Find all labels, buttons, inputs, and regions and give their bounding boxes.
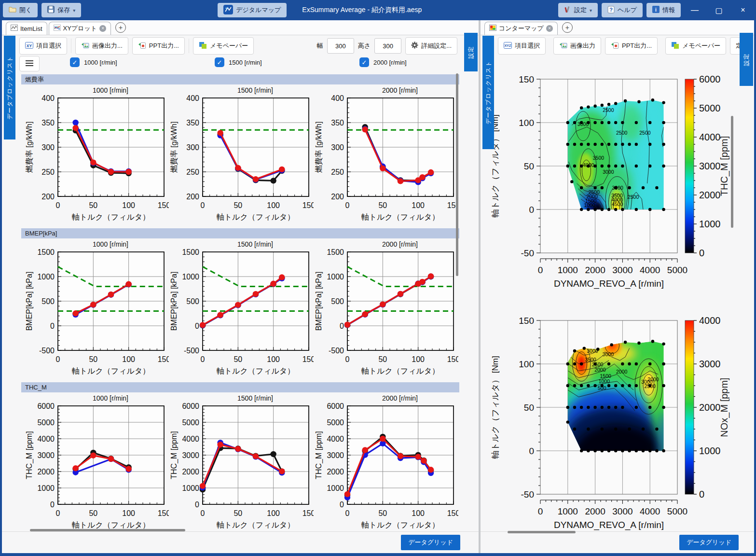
svg-text:4000: 4000 [699,315,721,326]
save-button[interactable]: 保存 ▾ [41,3,81,17]
svg-text:100: 100 [267,201,280,209]
maximize-button[interactable]: ▢ [709,2,729,18]
svg-text:3000: 3000 [699,161,721,171]
svg-text:150: 150 [302,509,314,517]
gear-icon [411,42,418,50]
memo-paper-button[interactable]: メモペーパー [665,37,726,55]
data-grid-button[interactable]: データグリッド [401,535,460,550]
open-button[interactable]: 開く [3,3,38,17]
xy-plot-chart: 0501001500100020003000400050006000軸トルク（フ… [169,403,314,531]
svg-text:5000: 5000 [699,103,721,113]
close-tab-icon[interactable]: × [546,25,553,32]
contour-map-icon [489,25,496,32]
svg-text:150: 150 [302,355,314,363]
chart-cell: 2000 [r/min]050100150200250300350400軸トルク… [314,85,458,225]
svg-text:100: 100 [519,118,534,128]
svg-text:1000: 1000 [584,202,596,208]
svg-text:4000: 4000 [37,435,55,443]
xy-plot-icon [54,25,61,32]
svg-text:軸トルク（フィルタ）: 軸トルク（フィルタ） [361,521,440,529]
svg-text:BMEP[kPa] [kPa]: BMEP[kPa] [kPa] [25,272,33,331]
svg-text:軸トルク（フィルタ）: 軸トルク（フィルタ） [72,521,151,529]
svg-text:4000: 4000 [182,435,199,443]
help-button[interactable]: ? ヘルプ [602,3,643,17]
svg-text:2000: 2000 [699,402,721,413]
svg-text:2000: 2000 [585,265,605,275]
detail-settings-button[interactable]: 詳細設定... [405,37,457,55]
chart-cell: 1000 [r/min]0501001500100020003000400050… [24,393,169,533]
plot-title: 2000 [r/min] [314,393,458,403]
checkbox-1500rpm[interactable]: ✓ 1500 [r/min] [215,57,262,67]
item-select-button[interactable]: XY 項目選択 [19,37,67,55]
svg-text:100: 100 [267,355,280,363]
minimize-button[interactable]: — [685,2,705,18]
data-grid-button[interactable]: データグリッド [679,535,739,550]
settings-vertical-tab-left-panel[interactable]: 設定 [464,33,478,71]
chart-cell: 2000 [r/min]050100150-500050010001500軸トル… [314,239,458,379]
svg-text:1500: 1500 [327,249,344,256]
plot-title: 1500 [r/min] [169,393,314,403]
right-panel-bottom-bar: データグリッド [481,531,754,553]
svg-text:1500: 1500 [182,249,199,256]
svg-text:300: 300 [41,143,55,152]
tab-xy-plot[interactable]: XYプロット × [49,22,111,35]
data-block-list-vertical-tab[interactable]: データブロックリスト [4,36,15,139]
height-input[interactable]: 300 [374,38,401,54]
svg-text:6000: 6000 [37,403,55,410]
horizontal-scrollbar[interactable] [508,531,576,533]
plot-title: 1000 [r/min] [24,239,169,249]
ppt-output-button[interactable]: PPT出力... [605,37,658,55]
svg-text:1000: 1000 [699,219,721,229]
plot-title: 1500 [r/min] [169,85,314,95]
svg-text:50: 50 [378,509,387,517]
svg-text:100: 100 [412,509,425,517]
svg-text:0: 0 [699,248,704,258]
svg-text:軸トルク（フィルタ） [Nm]: 軸トルク（フィルタ） [Nm] [491,356,500,459]
tab-itemlist[interactable]: ItemList [6,22,47,35]
xy-plot-chart: 050100150-500050010001500軸トルク（フィルタ）BMEP[… [314,249,458,377]
image-output-button[interactable]: 画像出力 [553,37,601,55]
ppt-output-button[interactable]: PPT出力... [132,37,185,55]
menu-button[interactable] [19,56,40,71]
svg-text:2000: 2000 [37,468,55,476]
settings-vertical-tab-right-panel[interactable]: 設定 [740,33,753,86]
close-tab-icon[interactable]: × [99,25,106,32]
svg-text:0: 0 [56,355,60,363]
item-select-button[interactable]: XYZ 項目選択 [498,37,546,55]
svg-text:軸トルク（フィルタ）: 軸トルク（フィルタ） [72,213,151,221]
svg-text:0: 0 [345,201,350,209]
chart-cell: 1000 [r/min]050100150-500050010001500軸トル… [24,239,169,379]
image-output-icon [81,42,89,50]
svg-text:400: 400 [186,95,199,102]
svg-text:0: 0 [201,201,205,209]
svg-text:0: 0 [195,500,199,509]
nox-contour-map: 3000300035002500200020001500100050030002… [483,314,748,534]
settings-button[interactable]: 設定 ▾ [558,3,598,17]
xy-plot-chart: 050100150200250300350400軸トルク（フィルタ）燃費率 [g… [169,95,314,223]
chart-cell: 1000 [r/min]050100150200250300350400軸トルク… [24,85,169,225]
contour-toolbar: XYZ 項目選択 画像出力 PPT出力... メモペーパー 定... [498,37,737,55]
svg-text:3000: 3000 [577,121,589,127]
checkbox-1000rpm[interactable]: ✓ 1000 [r/min] [70,57,117,67]
close-button[interactable]: × [733,2,753,18]
plot-title: 1000 [r/min] [24,393,169,403]
digital-map-button[interactable]: デジタルマップ [218,3,287,17]
width-input[interactable]: 300 [327,38,354,54]
svg-text:THC_M [ppm]: THC_M [ppm] [25,431,34,479]
tab-contour-map[interactable]: コンターマップ × [484,22,558,35]
image-output-button[interactable]: 画像出力... [75,37,128,55]
checkbox-2000rpm[interactable]: ✓ 2000 [r/min] [359,57,407,67]
vertical-scrollbar[interactable] [731,116,733,228]
svg-text:2500: 2500 [639,130,651,136]
info-button[interactable]: i 情報 [646,3,681,17]
memo-paper-button[interactable]: メモペーパー [193,37,254,55]
height-label: 高さ [358,42,371,50]
xy-plot-chart: 050100150200250300350400軸トルク（フィルタ）燃費率 [g… [24,95,169,223]
svg-text:-500: -500 [184,347,199,355]
vertical-scrollbar[interactable] [456,73,458,276]
horizontal-scrollbar[interactable] [30,529,185,531]
data-block-list-vertical-tab[interactable]: データブロックリスト [482,36,494,149]
add-tab-button[interactable]: + [562,22,573,33]
svg-text:200: 200 [41,193,55,201]
add-tab-button[interactable]: + [115,22,126,33]
